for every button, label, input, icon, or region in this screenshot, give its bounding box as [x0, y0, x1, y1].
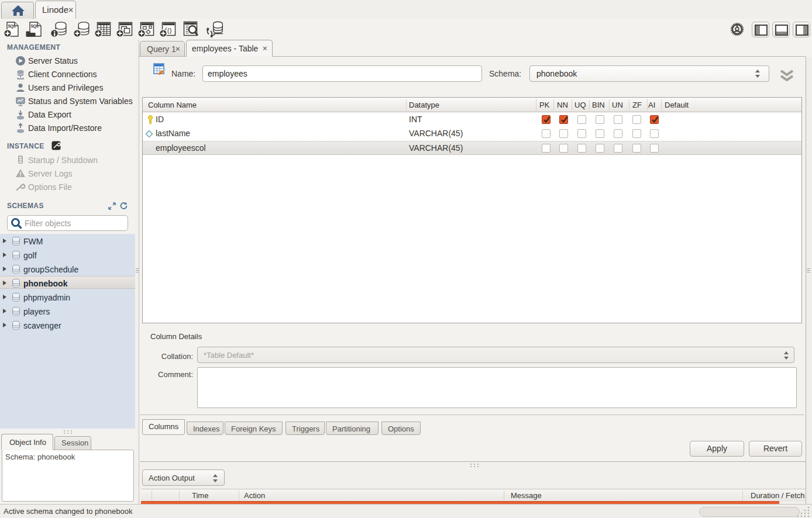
svg-text:SQL: SQL — [31, 24, 39, 29]
svg-text:(): () — [167, 27, 171, 34]
svg-text:SQL: SQL — [8, 24, 16, 29]
